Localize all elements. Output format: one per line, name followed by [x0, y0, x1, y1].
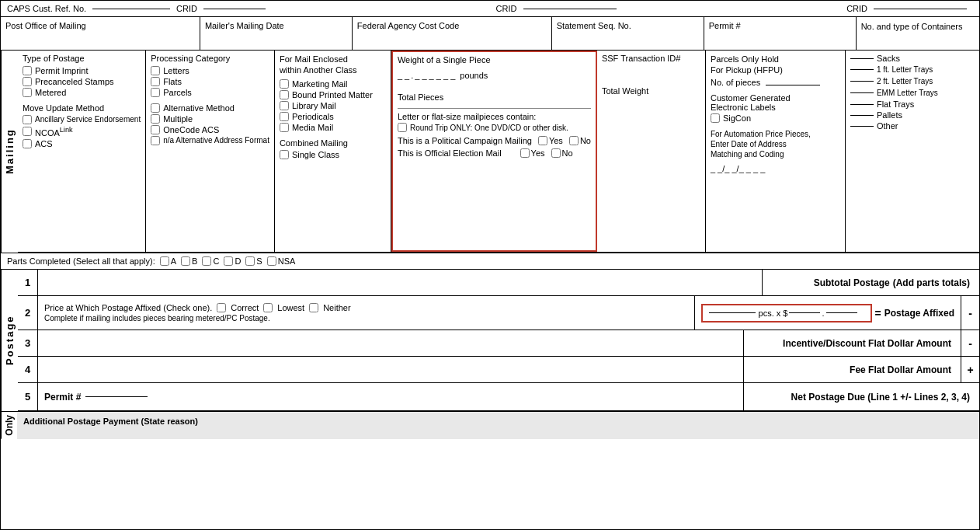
round-trip-checkbox[interactable] — [398, 123, 407, 132]
acs-row: ACS — [23, 139, 141, 148]
permit-imprint-label: Permit Imprint — [35, 66, 88, 75]
crid3-label: CRID — [846, 4, 867, 13]
correct-label: Correct — [231, 303, 259, 312]
row2-note: Complete if mailing includes pieces bear… — [44, 314, 270, 323]
type-of-postage-section: Type of Postage Permit Imprint Precancel… — [18, 51, 146, 252]
political-yes-checkbox[interactable] — [538, 136, 547, 145]
ssf-label: SSF Transaction ID# — [602, 54, 700, 63]
sigcon-row: SigCon — [711, 113, 840, 123]
post-office-label: Post Office of Mailing — [5, 21, 195, 30]
metered-row: Metered — [23, 88, 141, 97]
correct-checkbox[interactable] — [217, 303, 226, 312]
periodicals-label: Periodicals — [292, 112, 334, 121]
part-s-label: S — [256, 256, 262, 266]
onecode-label: OneCode ACS — [163, 125, 219, 134]
alt-method-checkbox[interactable] — [151, 103, 160, 113]
postage-row-5: 5 Permit # Net Postage Due (Line 1 +/- L… — [18, 383, 979, 411]
lowest-label: Lowest — [277, 303, 304, 312]
letter-flat-line1: Letter or flat-size mailpieces contain: — [398, 112, 591, 121]
onecode-row: OneCode ACS — [151, 125, 269, 134]
na-alt-checkbox[interactable] — [151, 136, 160, 145]
sacks-label: Sacks — [877, 54, 900, 63]
no-of-pieces-label: No. of pieces — [711, 78, 760, 87]
total-pieces-row: Total Pieces — [398, 92, 591, 102]
ancillary-row: Ancillary Service Endorsement — [23, 115, 141, 124]
row5-num: 5 — [18, 383, 38, 410]
election-label: This is Official Election Mail — [398, 148, 502, 158]
bound-printed-checkbox[interactable] — [280, 90, 289, 99]
media-mail-row: Media Mail — [280, 123, 386, 132]
no-type-label: No. and type of Containers — [861, 21, 975, 32]
political-no-checkbox[interactable] — [569, 136, 579, 145]
election-no-label: No — [562, 148, 573, 158]
onecode-checkbox[interactable] — [151, 125, 160, 134]
postage-section: Postage 1 Subtotal Postage (Add parts to… — [1, 270, 979, 411]
other-label: Other — [877, 121, 898, 131]
neither-label: Neither — [323, 303, 350, 312]
additional-postage-label: Additional Postage Payment (State reason… — [17, 412, 979, 439]
part-s: S — [245, 256, 262, 266]
library-mail-checkbox[interactable] — [280, 101, 289, 110]
ancillary-checkbox[interactable] — [23, 115, 32, 124]
postage-row-3: 3 Incentive/Discount Flat Dollar Amount … — [18, 330, 979, 357]
part-s-checkbox[interactable] — [245, 256, 255, 266]
media-mail-label: Media Mail — [292, 123, 333, 132]
election-yes-label: Yes — [531, 148, 545, 158]
marketing-mail-label: Marketing Mail — [292, 79, 348, 89]
permit-cell: Permit # — [704, 17, 857, 50]
multiple-label: Multiple — [163, 114, 193, 124]
move-update-label: Move Update Method — [23, 103, 141, 113]
part-a-label: A — [171, 256, 176, 266]
row4-sign: + — [961, 357, 979, 382]
letters-row: Letters — [151, 66, 269, 75]
postage-affixed-area: pcs. x $ . = Postage Affixed — [694, 296, 961, 330]
mailers-date-label: Mailer's Mailing Date — [205, 21, 347, 30]
precanceled-stamps-row: Precanceled Stamps — [23, 77, 141, 86]
parcels-label: Parcels — [163, 88, 192, 97]
single-class-checkbox[interactable] — [280, 150, 289, 159]
sigcon-checkbox[interactable] — [711, 113, 720, 123]
lowest-checkbox[interactable] — [263, 303, 273, 312]
total-weight-label: Total Weight — [602, 86, 700, 96]
part-c-checkbox[interactable] — [202, 256, 211, 266]
acs-checkbox[interactable] — [23, 139, 32, 148]
row2-sign: - — [961, 296, 979, 330]
permit-imprint-checkbox[interactable] — [23, 66, 32, 75]
row3-right: Incentive/Discount Flat Dollar Amount — [743, 330, 961, 356]
alt-method-row: Alternative Method — [151, 103, 269, 113]
part-nsa-label: NSA — [278, 256, 296, 266]
election-no-checkbox[interactable] — [551, 148, 561, 158]
mailers-date-cell: Mailer's Mailing Date — [200, 17, 353, 50]
flats-label: Flats — [163, 77, 182, 86]
election-yes-checkbox[interactable] — [520, 148, 530, 158]
letters-checkbox[interactable] — [151, 66, 160, 75]
part-d-checkbox[interactable] — [224, 256, 233, 266]
precanceled-stamps-label: Precanceled Stamps — [35, 77, 114, 86]
subtotal-postage-label: Subtotal Postage — [814, 277, 890, 288]
part-b-checkbox[interactable] — [181, 256, 190, 266]
part-a-checkbox[interactable] — [160, 256, 169, 266]
parts-completed-label: Parts Completed (Select all that apply): — [7, 256, 155, 266]
ncoa-checkbox[interactable] — [23, 127, 32, 136]
metered-checkbox[interactable] — [23, 88, 32, 97]
emm-row: EMM Letter Trays — [850, 88, 938, 98]
row5-right: Net Postage Due (Line 1 +/- Lines 2, 3, … — [743, 383, 979, 410]
processing-category-section: Processing Category Letters Flats Parcel… — [146, 51, 275, 252]
flats-checkbox[interactable] — [151, 77, 160, 86]
crid2-label: CRID — [496, 4, 517, 13]
single-class-row: Single Class — [280, 150, 386, 159]
periodicals-checkbox[interactable] — [280, 112, 289, 121]
only-vertical-label: Only — [1, 412, 17, 439]
part-nsa-checkbox[interactable] — [267, 256, 276, 266]
federal-agency-label: Federal Agency Cost Code — [357, 21, 547, 30]
neither-checkbox[interactable] — [309, 303, 318, 312]
dash2: _ _ _ _ _ _ — [415, 71, 455, 80]
marketing-mail-checkbox[interactable] — [280, 79, 289, 89]
date-field-row: _ _/_ _/_ _ _ _ — [711, 164, 840, 173]
precanceled-stamps-checkbox[interactable] — [23, 77, 32, 86]
multiple-checkbox[interactable] — [151, 114, 160, 124]
parcels-checkbox[interactable] — [151, 88, 160, 97]
flat-trays-row: Flat Trays — [850, 99, 938, 109]
media-mail-checkbox[interactable] — [280, 123, 289, 132]
library-mail-label: Library Mail — [292, 101, 336, 110]
